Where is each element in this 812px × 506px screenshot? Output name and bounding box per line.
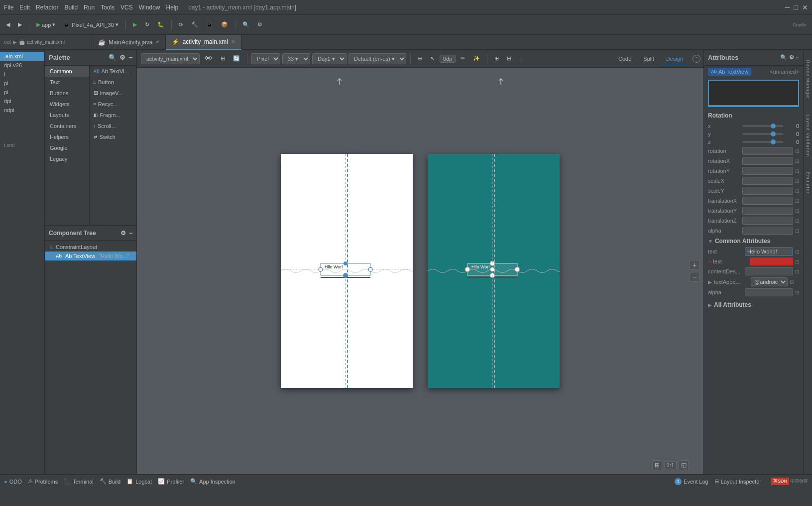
device-frame-dark[interactable]: Hllo Worl <box>428 154 560 388</box>
palette-search-icon[interactable]: 🔍 <box>109 54 116 61</box>
odo-item[interactable]: ● ODO <box>4 479 22 485</box>
eraser-btn[interactable]: ✏ <box>458 53 468 65</box>
palette-cat-widgets[interactable]: Widgets <box>45 99 89 110</box>
maximize-button[interactable]: □ <box>794 3 798 11</box>
back-navigation-button[interactable]: ◀ <box>3 18 13 31</box>
sync-button[interactable]: ⟳ <box>176 18 186 31</box>
rotationX-reset-icon[interactable]: ⊡ <box>795 158 799 164</box>
event-log-item[interactable]: 1 Event Log <box>675 478 708 485</box>
sdk-button[interactable]: 📦 <box>218 18 231 31</box>
menu-build[interactable]: Build <box>64 4 78 11</box>
theme-dropdown[interactable]: Day1 ▾ <box>312 53 347 64</box>
text-error-reset-icon[interactable]: ⊡ <box>795 259 799 264</box>
select-btn[interactable]: ↖ <box>427 53 438 65</box>
orientation-btn[interactable]: 🔄 <box>230 53 243 65</box>
rotation-x-slider[interactable] <box>742 125 783 127</box>
palette-settings-icon[interactable]: ⚙ <box>119 54 125 61</box>
palette-cat-layouts[interactable]: Layouts <box>45 110 89 121</box>
close-tab-icon[interactable]: ✕ <box>155 39 159 45</box>
constraint-btn[interactable]: ⊕ <box>415 53 425 65</box>
menu-edit[interactable]: Edit <box>19 4 30 11</box>
add-constraint-button[interactable]: + <box>690 260 699 270</box>
palette-cat-common[interactable]: Common <box>45 66 89 77</box>
toggle-design-btn[interactable]: 👁 <box>202 53 216 65</box>
zoom-fit-button[interactable]: ⊞ <box>652 460 662 470</box>
terminal-item[interactable]: ⬛ Terminal <box>64 478 94 485</box>
menu-window[interactable]: Window <box>139 4 160 11</box>
alpha-common-reset-icon[interactable]: ⊡ <box>795 290 799 295</box>
common-attributes-header[interactable]: ▼ Common Attributes <box>704 236 803 247</box>
filename-dropdown[interactable]: activity_main.xml <box>141 53 200 64</box>
tree-minimize-icon[interactable]: − <box>129 230 132 237</box>
file-item-i[interactable]: i <box>0 70 44 79</box>
forward-navigation-button[interactable]: ▶ <box>15 18 25 31</box>
attr-settings-icon[interactable]: ⚙ <box>789 54 794 61</box>
view-tab-design[interactable]: Design <box>661 53 689 64</box>
all-attributes-header[interactable]: ▶ All Attributes <box>704 299 803 310</box>
palette-item-button[interactable]: □ Button <box>90 77 136 88</box>
build-item[interactable]: 🔨 Build <box>100 478 120 485</box>
palette-item-imageview[interactable]: 🖼 ImageV... <box>90 88 136 99</box>
avd-button[interactable]: 📱 <box>203 18 216 31</box>
menu-bar[interactable]: File Edit Refactor Build Run Tools VCS W… <box>4 4 178 11</box>
palette-item-switch[interactable]: ⇌ Switch <box>90 131 136 142</box>
file-item-main-xml[interactable]: .ain.xml <box>0 52 44 61</box>
translationZ-input[interactable] <box>742 217 793 225</box>
profiler-item[interactable]: 📈 Profiler <box>158 478 184 485</box>
settings-button[interactable]: ⚙ <box>254 18 265 31</box>
device-frame-light[interactable]: Hllo Worl <box>281 154 413 388</box>
close-tab-xml-icon[interactable]: ✕ <box>231 39 235 44</box>
alpha-reset-icon[interactable]: ⊡ <box>795 228 799 234</box>
menu-run[interactable]: Run <box>84 4 95 11</box>
search-button[interactable]: 🔍 <box>239 18 252 31</box>
tree-item-textview[interactable]: Ab Ab TextView "Hello Wo..." <box>45 252 136 260</box>
translationY-reset-icon[interactable]: ⊡ <box>795 208 799 214</box>
palette-minimize-icon[interactable]: − <box>128 54 132 61</box>
rotation-z-slider[interactable] <box>742 141 783 143</box>
run-button[interactable]: ▶ <box>130 18 140 31</box>
rotation-input[interactable] <box>742 147 793 155</box>
alpha-input[interactable] <box>742 227 793 235</box>
rotationY-input[interactable] <box>742 167 793 175</box>
file-item-ndpi[interactable]: ndpi <box>0 106 44 115</box>
scaleY-reset-icon[interactable]: ⊡ <box>795 188 799 194</box>
contentdesc-input[interactable] <box>745 267 793 275</box>
help-button[interactable]: ? <box>693 55 700 63</box>
gradle-button[interactable]: 🔨 <box>188 18 201 31</box>
menu-refactor[interactable]: Refactor <box>36 4 58 11</box>
translationX-reset-icon[interactable]: ⊡ <box>795 198 799 204</box>
text-reset-icon[interactable]: ⊡ <box>795 249 799 254</box>
scaleX-input[interactable] <box>742 177 793 185</box>
app-inspection-item[interactable]: 🔍 App Inspection <box>190 478 235 485</box>
palette-cat-buttons[interactable]: Buttons <box>45 88 89 99</box>
file-item-dpi-v26[interactable]: dpi-v26 <box>0 61 44 70</box>
menu-file[interactable]: File <box>4 4 13 11</box>
zoom-corner-button[interactable]: ◱ <box>679 460 689 470</box>
file-item-xml[interactable]: t.xml <box>0 139 44 151</box>
device-dropdown[interactable]: Pixel <box>251 53 280 64</box>
attr-minimize-icon[interactable]: − <box>796 55 799 61</box>
textappearance-select[interactable]: @androic <box>751 277 788 286</box>
palette-cat-legacy[interactable]: Legacy <box>45 153 89 164</box>
blueprint-btn[interactable]: ⊞ <box>218 53 228 65</box>
menu-help[interactable]: Help <box>166 4 178 11</box>
device-selector[interactable]: 📱 Pixel_4a_API_30 ▾ <box>60 18 121 31</box>
palette-cat-helpers[interactable]: Helpers <box>45 131 89 142</box>
tree-item-constraint-layout[interactable]: ⊟ ConstraintLayout <box>45 243 136 252</box>
logcat-item[interactable]: 📋 Logcat <box>126 478 152 485</box>
text-error-indicator[interactable] <box>750 257 793 265</box>
translationY-input[interactable] <box>742 207 793 215</box>
scaleY-input[interactable] <box>742 187 793 195</box>
run-config-selector[interactable]: ▶ app ▾ <box>33 18 58 31</box>
menu-vcs[interactable]: VCS <box>120 4 133 11</box>
pack-btn[interactable]: ⊞ <box>491 53 502 65</box>
magic-wand-btn[interactable]: ✨ <box>470 53 483 65</box>
layout-inspector-item[interactable]: ⊟ Layout Inspector <box>714 478 761 485</box>
minimize-button[interactable]: ─ <box>785 3 790 11</box>
text-prop-input[interactable] <box>745 248 793 255</box>
palette-cat-google[interactable]: Google <box>45 142 89 153</box>
close-button[interactable]: ✕ <box>802 3 808 11</box>
attr-search-icon[interactable]: 🔍 <box>780 54 787 61</box>
design-canvas[interactable]: Hllo Worl <box>137 68 703 474</box>
palette-item-scrollview[interactable]: ↕ Scroll... <box>90 121 136 131</box>
